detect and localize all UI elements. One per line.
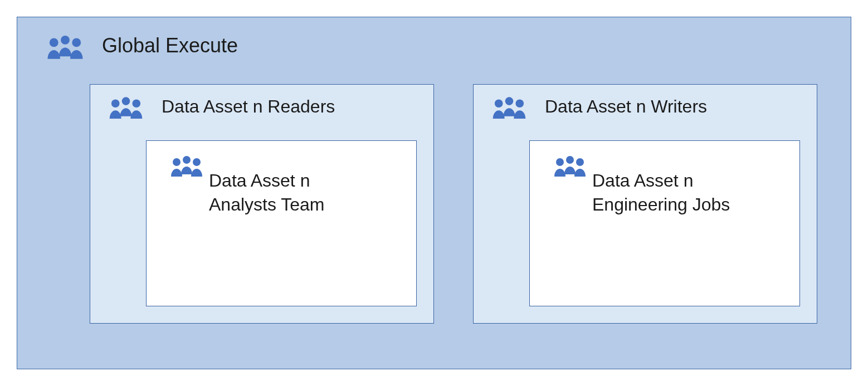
- engineering-jobs-box: Data Asset n Engineering Jobs: [529, 140, 800, 306]
- readers-group-box: Data Asset n Readers Data Asset n Analys…: [90, 84, 434, 324]
- outer-title: Global Execute: [102, 34, 238, 57]
- people-icon: [169, 152, 204, 178]
- people-icon: [45, 31, 85, 60]
- engineering-jobs-label: Data Asset n Engineering Jobs: [592, 152, 730, 217]
- mid-row: Data Asset n Readers Data Asset n Analys…: [90, 84, 817, 324]
- writers-group-box: Data Asset n Writers Data Asset n Engine…: [473, 84, 817, 324]
- writers-header: Data Asset n Writers: [490, 93, 707, 120]
- outer-group-box: Global Execute Data Asset n Readers Data…: [17, 17, 851, 369]
- people-icon: [552, 152, 588, 178]
- analysts-team-box: Data Asset n Analysts Team: [146, 140, 417, 306]
- people-icon: [107, 93, 145, 120]
- writers-title: Data Asset n Writers: [545, 96, 707, 117]
- outer-header: Global Execute: [45, 31, 238, 60]
- analysts-team-label: Data Asset n Analysts Team: [209, 152, 325, 217]
- readers-header: Data Asset n Readers: [107, 93, 335, 120]
- people-icon: [490, 93, 528, 120]
- readers-title: Data Asset n Readers: [162, 96, 335, 117]
